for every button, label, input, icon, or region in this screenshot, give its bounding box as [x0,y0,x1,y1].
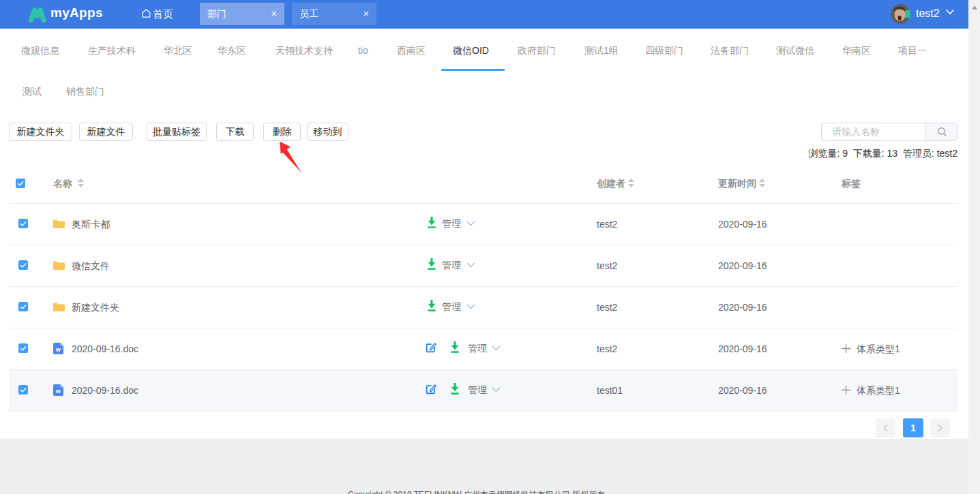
svg-text:w: w [55,388,61,395]
svg-text:w: w [55,346,61,353]
